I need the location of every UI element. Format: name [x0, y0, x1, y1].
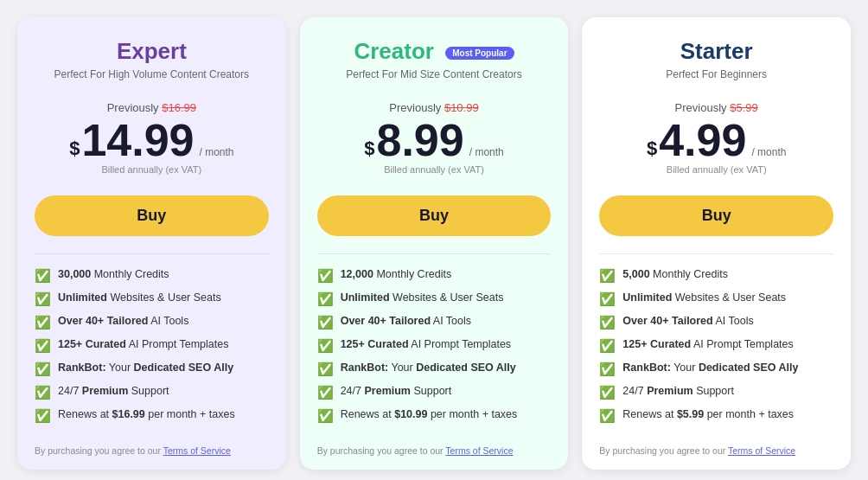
divider-creator	[317, 253, 552, 254]
per-month-starter: / month	[751, 144, 786, 163]
plan-subtitle-starter: Perfect For Beginners	[599, 68, 833, 80]
list-item: ✅24/7 Premium Support	[599, 385, 833, 400]
list-item: ✅Unlimited Websites & User Seats	[599, 291, 833, 307]
features-list-starter: ✅5,000 Monthly Credits ✅Unlimited Websit…	[599, 268, 833, 432]
divider-starter	[599, 253, 833, 254]
plan-card-starter: Starter Perfect For Beginners Previously…	[582, 17, 851, 470]
buy-button-creator[interactable]: Buy	[317, 195, 552, 236]
terms-link-starter[interactable]: Terms of Service	[728, 445, 795, 456]
list-item: ✅RankBot: Your Dedicated SEO Ally	[599, 362, 833, 377]
check-icon: ✅	[599, 338, 616, 354]
terms-text-creator: By purchasing you agree to our Terms of …	[317, 445, 552, 456]
card-header-starter: Starter Perfect For Beginners	[599, 38, 833, 80]
terms-link-expert[interactable]: Terms of Service	[163, 445, 231, 456]
list-item: ✅12,000 Monthly Credits	[317, 268, 552, 284]
check-icon: ✅	[35, 338, 51, 354]
check-icon: ✅	[35, 408, 51, 424]
list-item: ✅Over 40+ Tailored AI Tools	[317, 315, 552, 330]
list-item: ✅Unlimited Websites & User Seats	[317, 291, 552, 307]
list-item: ✅Unlimited Websites & User Seats	[35, 291, 269, 307]
features-list-creator: ✅12,000 Monthly Credits ✅Unlimited Websi…	[317, 268, 552, 432]
list-item: ✅RankBot: Your Dedicated SEO Ally	[317, 362, 552, 377]
price-row-expert: $ 14.99 / month	[35, 118, 269, 163]
previously-label-creator: Previously $10.99	[317, 101, 552, 114]
terms-text-expert: By purchasing you agree to our Terms of …	[35, 445, 269, 456]
list-item: ✅24/7 Premium Support	[317, 385, 552, 400]
check-icon: ✅	[599, 268, 616, 284]
check-icon: ✅	[317, 291, 334, 307]
buy-button-expert[interactable]: Buy	[35, 195, 269, 236]
list-item: ✅Renews at $10.99 per month + taxes	[317, 408, 552, 424]
check-icon: ✅	[317, 315, 334, 330]
list-item: ✅24/7 Premium Support	[35, 385, 269, 400]
price-amount-expert: 14.99	[81, 118, 194, 163]
list-item: ✅Over 40+ Tailored AI Tools	[35, 315, 269, 330]
check-icon: ✅	[317, 385, 334, 400]
check-icon: ✅	[317, 408, 334, 424]
plan-name-starter: Starter	[599, 38, 833, 65]
list-item: ✅125+ Curated AI Prompt Templates	[35, 338, 269, 354]
list-item: ✅125+ Curated AI Prompt Templates	[599, 338, 833, 354]
currency-expert: $	[69, 136, 80, 163]
pricing-section-expert: Previously $16.99 $ 14.99 / month Billed…	[35, 101, 269, 175]
check-icon: ✅	[317, 268, 334, 284]
check-icon: ✅	[599, 385, 616, 400]
currency-creator: $	[364, 136, 374, 163]
check-icon: ✅	[35, 362, 51, 377]
card-header-expert: Expert Perfect For High Volume Content C…	[35, 38, 269, 80]
billed-note-starter: Billed annually (ex VAT)	[599, 164, 833, 175]
plan-card-creator: Creator Most Popular Perfect For Mid Siz…	[300, 17, 569, 470]
pricing-container: Expert Perfect For High Volume Content C…	[17, 17, 851, 470]
buy-button-starter[interactable]: Buy	[599, 195, 833, 236]
card-header-creator: Creator Most Popular Perfect For Mid Siz…	[317, 38, 552, 80]
price-amount-creator: 8.99	[377, 118, 464, 163]
check-icon: ✅	[317, 362, 334, 377]
per-month-creator: / month	[469, 144, 504, 163]
list-item: ✅125+ Curated AI Prompt Templates	[317, 338, 552, 354]
check-icon: ✅	[599, 408, 616, 424]
per-month-expert: / month	[200, 144, 234, 163]
plan-subtitle-creator: Perfect For Mid Size Content Creators	[317, 68, 552, 80]
check-icon: ✅	[599, 362, 616, 377]
list-item: ✅Renews at $5.99 per month + taxes	[599, 408, 833, 424]
plan-subtitle-expert: Perfect For High Volume Content Creators	[35, 68, 269, 80]
plan-card-expert: Expert Perfect For High Volume Content C…	[17, 17, 286, 470]
pricing-section-creator: Previously $10.99 $ 8.99 / month Billed …	[317, 101, 552, 175]
features-list-expert: ✅30,000 Monthly Credits ✅Unlimited Websi…	[35, 268, 269, 432]
check-icon: ✅	[599, 315, 616, 330]
billed-note-creator: Billed annually (ex VAT)	[317, 164, 552, 175]
check-icon: ✅	[599, 291, 616, 307]
list-item: ✅5,000 Monthly Credits	[599, 268, 833, 284]
currency-starter: $	[647, 136, 657, 163]
list-item: ✅Over 40+ Tailored AI Tools	[599, 315, 833, 330]
old-price-starter: $5.99	[730, 101, 758, 114]
check-icon: ✅	[35, 315, 51, 330]
previously-label-expert: Previously $16.99	[35, 101, 269, 114]
list-item: ✅RankBot: Your Dedicated SEO Ally	[35, 362, 269, 377]
check-icon: ✅	[35, 385, 51, 400]
price-row-creator: $ 8.99 / month	[317, 118, 552, 163]
pricing-section-starter: Previously $5.99 $ 4.99 / month Billed a…	[599, 101, 833, 175]
plan-name-expert: Expert	[35, 38, 269, 65]
old-price-expert: $16.99	[162, 101, 196, 114]
check-icon: ✅	[35, 291, 51, 307]
divider-expert	[35, 253, 269, 254]
price-amount-starter: 4.99	[659, 118, 746, 163]
terms-link-creator[interactable]: Terms of Service	[445, 445, 513, 456]
most-popular-badge: Most Popular	[445, 47, 514, 60]
billed-note-expert: Billed annually (ex VAT)	[35, 164, 269, 175]
price-row-starter: $ 4.99 / month	[599, 118, 833, 163]
plan-name-creator: Creator Most Popular	[317, 38, 552, 65]
list-item: ✅30,000 Monthly Credits	[35, 268, 269, 284]
list-item: ✅Renews at $16.99 per month + taxes	[35, 408, 269, 424]
previously-label-starter: Previously $5.99	[599, 101, 833, 114]
check-icon: ✅	[317, 338, 334, 354]
old-price-creator: $10.99	[444, 101, 479, 114]
terms-text-starter: By purchasing you agree to our Terms of …	[599, 445, 833, 456]
check-icon: ✅	[35, 268, 51, 284]
